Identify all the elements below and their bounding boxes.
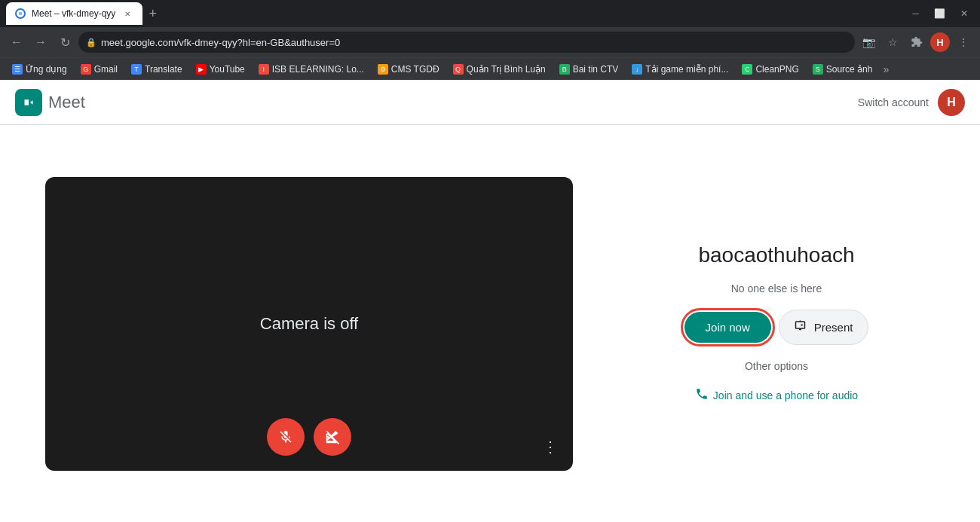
back-button[interactable]: ← — [6, 32, 27, 53]
bookmark-bai[interactable]: B Bai tin CTV — [553, 61, 625, 78]
switch-account-area: Switch account H — [858, 89, 965, 116]
bookmark-clean[interactable]: C CleanPNG — [736, 61, 804, 78]
bookmark-favicon: Q — [453, 64, 464, 75]
join-actions: Join now Present — [684, 310, 869, 345]
main-content: Camera is off ⋮ baocaothuhoach No one el… — [0, 125, 980, 522]
active-tab[interactable]: Meet – vfk-dmey-qyy ✕ — [6, 2, 142, 25]
meeting-name: baocaothuhoach — [698, 243, 854, 267]
present-icon — [795, 319, 808, 335]
bookmark-youtube[interactable]: ▶ YouTube — [190, 61, 251, 78]
bookmark-quan[interactable]: Q Quản Trị Bình Luận — [447, 61, 552, 78]
bookmark-label: Source ảnh — [826, 64, 873, 75]
switch-account-button[interactable]: Switch account — [858, 96, 929, 108]
star-icon[interactable]: ☆ — [882, 32, 903, 53]
bookmark-cms[interactable]: ⚙ CMS TGDĐ — [372, 61, 446, 78]
phone-audio-link[interactable]: Join and use a phone for audio — [695, 387, 858, 404]
bookmark-favicon: S — [813, 64, 823, 75]
bookmark-favicon: ▶ — [196, 64, 207, 75]
lock-icon: 🔒 — [86, 38, 96, 47]
menu-icon[interactable]: ⋮ — [953, 32, 974, 53]
join-panel: baocaothuhoach No one else is here Join … — [618, 243, 935, 404]
bookmark-label: CleanPNG — [755, 64, 798, 75]
tab-title: Meet – vfk-dmey-qyy — [32, 8, 115, 19]
bookmark-source[interactable]: S Source ảnh — [807, 61, 879, 78]
join-now-button[interactable]: Join now — [684, 312, 771, 343]
meet-header: Meet Switch account H — [0, 80, 980, 125]
bookmark-tai[interactable]: ↓ Tải game miễn phí... — [626, 61, 734, 78]
tab-close-button[interactable]: ✕ — [121, 8, 133, 20]
user-avatar[interactable]: H — [938, 89, 965, 116]
meet-logo: Meet — [15, 89, 85, 116]
bookmark-label: Bai tin CTV — [573, 64, 619, 75]
profile-icon[interactable]: H — [930, 32, 950, 52]
bookmark-favicon: ☰ — [12, 64, 23, 75]
bookmark-favicon: ⚙ — [378, 64, 388, 75]
maximize-button[interactable]: ⬜ — [928, 5, 951, 22]
bookmark-favicon: I — [259, 64, 269, 75]
turn-off-camera-button[interactable] — [314, 418, 351, 456]
phone-audio-text: Join and use a phone for audio — [713, 389, 858, 401]
bookmarks-bar: ☰ Ứng dụng G Gmail T Translate ▶ YouTube… — [0, 57, 980, 80]
toolbar-icons: 📷 ☆ H ⋮ — [858, 32, 974, 53]
bookmark-favicon: ↓ — [632, 64, 642, 75]
camera-toolbar-icon[interactable]: 📷 — [858, 32, 879, 53]
present-label: Present — [814, 321, 853, 334]
bookmark-label: Tải game miễn phí... — [645, 64, 728, 75]
video-controls — [267, 418, 351, 456]
present-button[interactable]: Present — [779, 310, 869, 345]
camera-off-text: Camera is off — [260, 314, 358, 334]
bookmark-label: YouTube — [210, 64, 245, 75]
bookmark-label: ISB ELEARNING: Lo... — [272, 64, 364, 75]
bookmark-favicon: C — [742, 64, 752, 75]
page: Meet Switch account H Camera is off — [0, 80, 980, 522]
browser-titlebar: Meet – vfk-dmey-qyy ✕ + ─ ⬜ ✕ — [0, 0, 980, 27]
phone-icon — [695, 387, 709, 404]
bookmark-label: CMS TGDĐ — [391, 64, 439, 75]
meet-logo-icon — [15, 89, 42, 116]
bookmark-isb[interactable]: I ISB ELEARNING: Lo... — [253, 61, 370, 78]
video-preview: Camera is off ⋮ — [45, 177, 573, 471]
tab-favicon — [15, 8, 26, 19]
more-options-button[interactable]: ⋮ — [543, 438, 558, 456]
bookmark-favicon: G — [81, 64, 91, 75]
bookmark-gmail[interactable]: G Gmail — [75, 61, 124, 78]
window-controls: ─ ⬜ ✕ — [906, 5, 974, 22]
address-text: meet.google.com/vfk-dmey-qyy?hl=en-GB&au… — [101, 37, 340, 48]
tab-bar: Meet – vfk-dmey-qyy ✕ + — [6, 0, 903, 27]
browser-toolbar: ← → ↻ 🔒 meet.google.com/vfk-dmey-qyy?hl=… — [0, 27, 980, 57]
mute-microphone-button[interactable] — [267, 418, 305, 456]
reload-button[interactable]: ↻ — [54, 32, 75, 53]
bookmark-favicon: T — [131, 64, 142, 75]
bookmark-ung-dung[interactable]: ☰ Ứng dụng — [6, 61, 73, 78]
new-tab-button[interactable]: + — [142, 6, 163, 22]
close-window-button[interactable]: ✕ — [954, 5, 974, 22]
minimize-button[interactable]: ─ — [906, 5, 925, 22]
bookmarks-more-button[interactable]: » — [880, 63, 892, 75]
address-bar[interactable]: 🔒 meet.google.com/vfk-dmey-qyy?hl=en-GB&… — [78, 32, 855, 53]
forward-button[interactable]: → — [30, 32, 51, 53]
extensions-icon[interactable] — [906, 32, 927, 53]
no-one-text: No one else is here — [731, 282, 822, 295]
bookmark-favicon: B — [559, 64, 570, 75]
bookmark-label: Ứng dụng — [26, 64, 67, 75]
bookmark-label: Quản Trị Bình Luận — [467, 64, 546, 75]
bookmark-label: Translate — [145, 64, 182, 75]
other-options-label: Other options — [745, 360, 808, 372]
bookmark-translate[interactable]: T Translate — [125, 61, 188, 78]
bookmark-label: Gmail — [94, 64, 118, 75]
meet-logo-text: Meet — [48, 93, 85, 112]
